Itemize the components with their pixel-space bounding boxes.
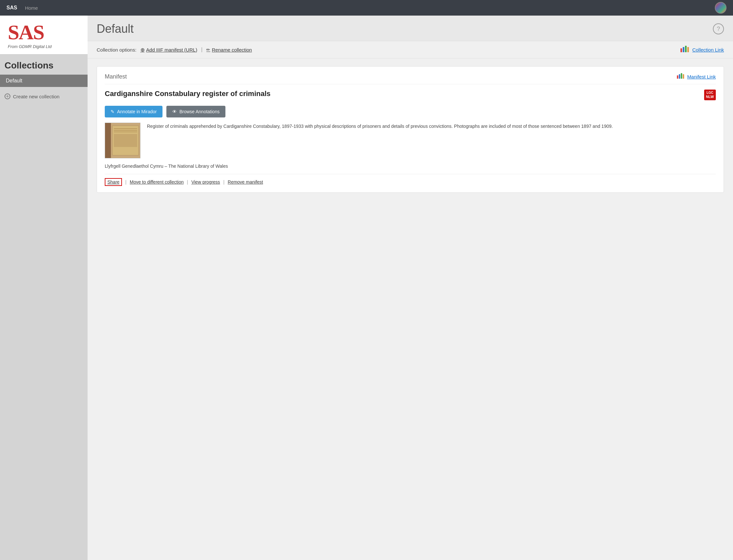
iiif-collection-icon xyxy=(680,46,690,54)
options-right: Collection Link xyxy=(680,46,724,54)
options-label: Collection options: xyxy=(97,47,137,53)
sidebar-logo: SAS From GDMR Digital Ltd xyxy=(0,16,88,55)
manifest-card: Manifest Manifest Link xyxy=(97,66,724,193)
move-collection-link[interactable]: Move to different collection xyxy=(130,179,184,185)
content-header: Default ? xyxy=(88,16,733,41)
manifest-link-button[interactable]: Manifest Link xyxy=(687,74,716,79)
nlw-badge-top: LGC xyxy=(706,91,714,95)
iiif-manifest-icon xyxy=(677,73,685,80)
rename-collection-link[interactable]: ✏ Rename collection xyxy=(206,47,252,53)
manifest-description-area: Register of criminals apprehended by Car… xyxy=(147,123,613,130)
pencil-icon: ✏ xyxy=(206,47,210,52)
svg-rect-1 xyxy=(683,47,684,52)
plus-circle-icon: ⊕ xyxy=(141,47,145,53)
top-nav: SAS Home xyxy=(0,0,733,16)
sas-logo-text: SAS xyxy=(8,22,80,43)
main-layout: SAS From GDMR Digital Ltd Collections De… xyxy=(0,16,733,560)
svg-rect-0 xyxy=(680,48,682,52)
home-link[interactable]: Home xyxy=(25,5,38,11)
collection-link-button[interactable]: Collection Link xyxy=(692,47,724,53)
annotate-label: Annotate in Mirador xyxy=(117,109,157,114)
nav-right xyxy=(715,2,727,14)
create-new-collection-button[interactable]: + Create new collection xyxy=(0,87,88,106)
content-area: Default ? Collection options: ⊕ Add IIIF… xyxy=(88,16,733,560)
manifest-link-label: Manifest Link xyxy=(687,74,716,79)
svg-rect-3 xyxy=(687,47,689,52)
footer-sep-2: | xyxy=(187,179,188,185)
page-title: Default xyxy=(97,22,134,36)
plus-icon: + xyxy=(5,93,10,99)
collections-header: Collections xyxy=(0,55,88,75)
annotate-mirador-button[interactable]: ✎ Annotate in Mirador xyxy=(105,106,163,117)
help-icon-button[interactable]: ? xyxy=(713,23,724,34)
svg-rect-7 xyxy=(683,74,684,79)
manifest-footer: Share | Move to different collection | V… xyxy=(105,174,716,186)
book-spine xyxy=(105,123,111,158)
manifest-actions: ✎ Annotate in Mirador 👁 Browse Annotatio… xyxy=(105,106,716,117)
browse-label: Browse Annotations xyxy=(179,109,220,114)
user-avatar[interactable] xyxy=(715,2,727,14)
manifest-title-row: Cardiganshire Constabulary register of c… xyxy=(105,90,716,103)
collection-options-bar: Collection options: ⊕ Add IIIF manifest … xyxy=(88,41,733,58)
manifest-institution: Llyfrgell Genedlaethol Cymru – The Natio… xyxy=(105,164,716,169)
nlw-badge: LGC NLW xyxy=(704,90,716,100)
eye-icon: 👁 xyxy=(172,109,177,114)
manifest-link-area: Manifest Link xyxy=(677,73,716,80)
remove-manifest-link[interactable]: Remove manifest xyxy=(228,179,263,185)
browse-annotations-button[interactable]: 👁 Browse Annotations xyxy=(166,106,226,117)
rename-label: Rename collection xyxy=(212,47,252,53)
sidebar-item-default[interactable]: Default xyxy=(0,75,88,87)
svg-rect-5 xyxy=(679,74,680,79)
svg-rect-2 xyxy=(685,46,687,52)
manifest-content: Register of criminals apprehended by Car… xyxy=(105,123,716,158)
svg-rect-6 xyxy=(681,73,682,79)
manifest-description: Register of criminals apprehended by Car… xyxy=(147,123,613,130)
create-new-label: Create new collection xyxy=(13,94,59,99)
manifest-title: Cardiganshire Constabulary register of c… xyxy=(105,90,271,98)
brand-label: SAS xyxy=(6,5,17,11)
share-button[interactable]: Share xyxy=(105,178,122,186)
svg-rect-4 xyxy=(677,75,678,79)
add-manifest-label: Add IIIF manifest (URL) xyxy=(146,47,198,53)
nlw-badge-bot: NLW xyxy=(706,95,714,99)
annotate-icon: ✎ xyxy=(111,109,115,114)
manifest-section-label: Manifest xyxy=(105,73,127,80)
share-label: Share xyxy=(107,179,119,185)
add-manifest-link[interactable]: ⊕ Add IIIF manifest (URL) xyxy=(141,47,198,53)
book-page xyxy=(112,126,139,155)
nav-left: SAS Home xyxy=(6,5,38,11)
sidebar: SAS From GDMR Digital Ltd Collections De… xyxy=(0,16,88,560)
footer-sep-1: | xyxy=(125,179,127,185)
manifest-thumbnail xyxy=(105,123,141,158)
content-body: Manifest Manifest Link xyxy=(88,58,733,201)
sas-subtext: From GDMR Digital Ltd xyxy=(8,44,80,49)
view-progress-link[interactable]: View progress xyxy=(191,179,220,185)
manifest-card-header: Manifest Manifest Link xyxy=(105,73,716,84)
options-left: Collection options: ⊕ Add IIIF manifest … xyxy=(97,47,252,53)
collection-link-label: Collection Link xyxy=(692,47,724,53)
footer-sep-3: | xyxy=(223,179,225,185)
separator-1: | xyxy=(201,47,202,53)
